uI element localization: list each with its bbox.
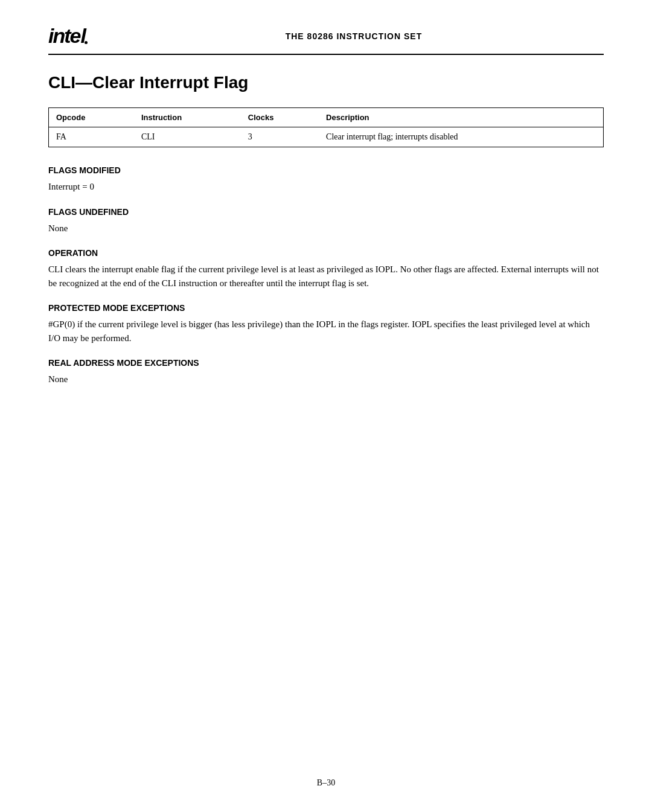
cell-description: Clear interrupt flag; interrupts disable…	[319, 127, 603, 147]
section-flags-modified: FLAGS MODIFIED Interrupt = 0	[48, 165, 604, 194]
page-footer: B–30	[0, 778, 652, 788]
section-protected-mode: PROTECTED MODE EXCEPTIONS #GP(0) if the …	[48, 303, 604, 345]
section-body-flags-undefined: None	[48, 222, 604, 235]
intel-logo: intel	[48, 24, 86, 48]
section-flags-undefined: FLAGS UNDEFINED None	[48, 207, 604, 235]
section-body-flags-modified: Interrupt = 0	[48, 180, 604, 194]
page-header: intel THE 80286 INSTRUCTION SET	[48, 24, 604, 55]
section-body-real-address-mode: None	[48, 372, 604, 386]
page-title: CLI—Clear Interrupt Flag	[48, 73, 604, 92]
cell-clocks: 3	[241, 127, 319, 147]
section-heading-protected-mode: PROTECTED MODE EXCEPTIONS	[48, 303, 604, 313]
section-heading-operation: OPERATION	[48, 248, 604, 258]
cell-opcode: FA	[49, 127, 134, 147]
table-row: FA CLI 3 Clear interrupt flag; interrupt…	[49, 127, 604, 147]
section-heading-flags-undefined: FLAGS UNDEFINED	[48, 207, 604, 217]
section-body-operation: CLI clears the interrupt enable flag if …	[48, 263, 604, 290]
section-heading-flags-modified: FLAGS MODIFIED	[48, 165, 604, 175]
col-description: Description	[319, 108, 603, 127]
section-operation: OPERATION CLI clears the interrupt enabl…	[48, 248, 604, 290]
section-body-protected-mode: #GP(0) if the current privilege level is…	[48, 318, 604, 345]
section-heading-real-address-mode: REAL ADDRESS MODE EXCEPTIONS	[48, 358, 604, 368]
col-opcode: Opcode	[49, 108, 134, 127]
header-title: THE 80286 INSTRUCTION SET	[104, 31, 604, 41]
section-real-address-mode: REAL ADDRESS MODE EXCEPTIONS None	[48, 358, 604, 386]
instruction-table: Opcode Instruction Clocks Description FA…	[48, 107, 604, 147]
cell-instruction: CLI	[134, 127, 241, 147]
col-clocks: Clocks	[241, 108, 319, 127]
page-number: B–30	[317, 778, 335, 787]
col-instruction: Instruction	[134, 108, 241, 127]
